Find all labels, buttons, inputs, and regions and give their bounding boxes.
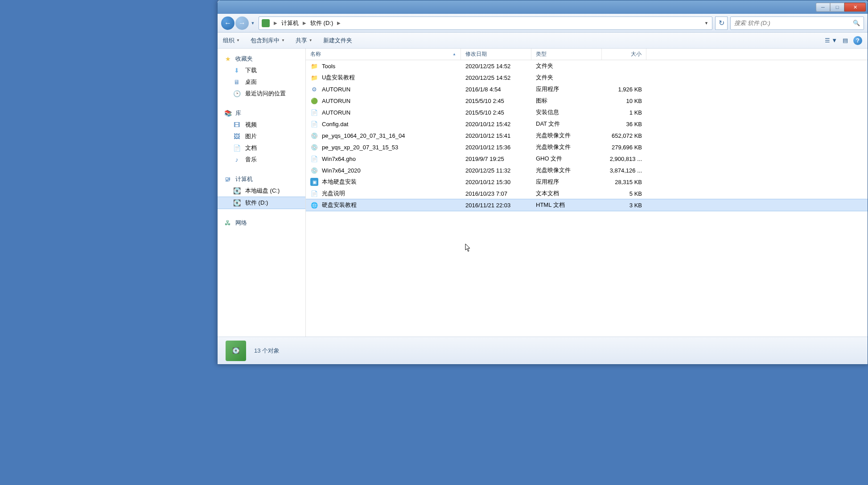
- sidebar-item-pictures[interactable]: 🖼图片: [218, 131, 305, 142]
- file-row[interactable]: 📄AUTORUN2015/5/10 2:45安装信息1 KB: [306, 107, 868, 118]
- exe-icon: ⚙: [310, 85, 318, 93]
- library-header[interactable]: 📚 库: [218, 107, 305, 119]
- crumb-separator-icon: ▶: [336, 21, 342, 25]
- file-row[interactable]: 📁Tools2020/12/25 14:52文件夹: [306, 60, 868, 72]
- file-type: HTML 文档: [531, 201, 602, 209]
- sidebar-item-drive-c[interactable]: 💽本地磁盘 (C:): [218, 185, 305, 197]
- close-button[interactable]: ✕: [844, 3, 866, 12]
- status-drive-icon: 💽: [226, 341, 246, 361]
- file-row[interactable]: 🟢AUTORUN2015/5/10 2:45图标10 KB: [306, 95, 868, 107]
- music-icon: ♪: [233, 156, 241, 164]
- explorer-window: ─ □ ✕ ← → ▼ ▶ 计算机 ▶ 软件 (D:) ▶ ▼ ↻ 🔍 组织▼ …: [217, 0, 868, 365]
- sidebar-item-desktop[interactable]: 🖥桌面: [218, 76, 305, 88]
- file-row[interactable]: 📁U盘安装教程2020/12/25 14:52文件夹: [306, 72, 868, 83]
- content-area: ★ 收藏夹 ⬇下载 🖥桌面 🕑最近访问的位置 📚 库 🎞视频 🖼图片 📄文档 ♪…: [218, 49, 868, 337]
- file-row[interactable]: 📄光盘说明2016/10/23 7:07文本文档5 KB: [306, 188, 868, 199]
- folder-icon: 📁: [310, 74, 318, 82]
- file-row[interactable]: 📄Config.dat2020/10/12 15:42DAT 文件36 KB: [306, 118, 868, 130]
- file-date: 2016/10/23 7:07: [461, 190, 531, 197]
- sidebar-item-videos[interactable]: 🎞视频: [218, 119, 305, 131]
- search-box[interactable]: 🔍: [730, 16, 864, 30]
- breadcrumb-computer[interactable]: 计算机: [280, 17, 300, 29]
- file-name: 硬盘安装教程: [322, 201, 357, 209]
- crumb-separator-icon: ▶: [301, 21, 308, 25]
- list-icon: ☰: [825, 37, 830, 44]
- file-row[interactable]: 💿Win7x64_20202020/12/25 11:32光盘映像文件3,874…: [306, 164, 868, 176]
- app-icon: ▣: [310, 178, 318, 186]
- search-input[interactable]: [734, 20, 853, 26]
- picture-icon: 🖼: [233, 132, 241, 140]
- file-row[interactable]: 📄Win7x64.gho2019/9/7 19:25GHO 文件2,900,81…: [306, 153, 868, 164]
- folder-icon: 📁: [310, 62, 318, 70]
- recent-icon: 🕑: [233, 90, 241, 98]
- organize-menu[interactable]: 组织▼: [223, 37, 240, 45]
- file-name: AUTORUN: [322, 109, 350, 116]
- file-date: 2016/11/21 22:03: [461, 202, 531, 209]
- file-size: 2,900,813 ...: [602, 156, 646, 162]
- file-date: 2015/5/10 2:45: [461, 98, 531, 104]
- file-name: 本地硬盘安装: [322, 178, 357, 186]
- sidebar-item-recent[interactable]: 🕑最近访问的位置: [218, 88, 305, 99]
- column-header-size[interactable]: 大小: [602, 49, 646, 60]
- breadcrumb-drive[interactable]: 软件 (D:): [309, 17, 335, 29]
- sidebar-item-downloads[interactable]: ⬇下载: [218, 65, 305, 76]
- file-date: 2020/10/12 15:42: [461, 121, 531, 127]
- iso-icon: 💿: [310, 132, 318, 140]
- sidebar-item-documents[interactable]: 📄文档: [218, 142, 305, 154]
- document-icon: 📄: [233, 144, 241, 152]
- column-header-type[interactable]: 类型: [531, 49, 602, 60]
- file-name: 光盘说明: [322, 189, 345, 197]
- file-size: 10 KB: [602, 98, 646, 104]
- file-list-view: 名称▲ 修改日期 类型 大小 📁Tools2020/12/25 14:52文件夹…: [306, 49, 868, 337]
- address-bar[interactable]: ▶ 计算机 ▶ 软件 (D:) ▶ ▼: [259, 16, 712, 30]
- maximize-button[interactable]: □: [830, 3, 844, 12]
- file-row[interactable]: 💿pe_yqs_xp_20_07_31_15_532020/10/12 15:3…: [306, 141, 868, 153]
- column-header-name[interactable]: 名称▲: [306, 49, 461, 60]
- file-name: AUTORUN: [322, 98, 350, 104]
- html-icon: 🌐: [310, 201, 318, 209]
- file-type: 文件夹: [531, 74, 602, 82]
- favorites-header[interactable]: ★ 收藏夹: [218, 53, 305, 65]
- address-dropdown-icon[interactable]: ▼: [702, 21, 711, 25]
- file-date: 2020/12/25 14:52: [461, 74, 531, 81]
- file-type: 文件夹: [531, 62, 602, 70]
- share-menu[interactable]: 共享▼: [296, 37, 313, 45]
- file-type: 光盘映像文件: [531, 143, 602, 151]
- network-header[interactable]: 🖧 网络: [218, 217, 305, 229]
- sidebar-item-music[interactable]: ♪音乐: [218, 154, 305, 165]
- file-row[interactable]: ▣本地硬盘安装2020/10/12 15:30应用程序28,315 KB: [306, 176, 868, 188]
- drive-icon: 💽: [233, 187, 241, 195]
- help-button[interactable]: ?: [853, 36, 862, 45]
- file-row[interactable]: ⚙AUTORUN2016/1/8 4:54应用程序1,926 KB: [306, 83, 868, 95]
- computer-icon: 🖳: [224, 175, 232, 183]
- column-header-date[interactable]: 修改日期: [461, 49, 531, 60]
- iso-icon: 💿: [310, 143, 318, 151]
- file-size: 5 KB: [602, 190, 646, 197]
- sidebar-item-drive-d[interactable]: 💽软件 (D:): [218, 197, 305, 209]
- network-icon: 🖧: [224, 219, 232, 227]
- forward-button[interactable]: →: [235, 16, 249, 30]
- back-button[interactable]: ←: [221, 16, 234, 30]
- file-type: 安装信息: [531, 108, 602, 116]
- file-type: 应用程序: [531, 85, 602, 93]
- computer-header[interactable]: 🖳 计算机: [218, 173, 305, 185]
- new-folder-button[interactable]: 新建文件夹: [323, 37, 352, 45]
- file-size: 3 KB: [602, 202, 646, 209]
- file-type: DAT 文件: [531, 120, 602, 128]
- file-row[interactable]: 💿pe_yqs_1064_20_07_31_16_042020/10/12 15…: [306, 130, 868, 141]
- txt-icon: 📄: [310, 155, 318, 163]
- desktop-icon: 🖥: [233, 78, 241, 86]
- minimize-button[interactable]: ─: [816, 3, 830, 12]
- refresh-button[interactable]: ↻: [715, 16, 728, 30]
- include-library-menu[interactable]: 包含到库中▼: [251, 37, 285, 45]
- library-icon: 📚: [224, 109, 232, 117]
- view-options-button[interactable]: ☰▼: [825, 37, 837, 44]
- file-row[interactable]: 🌐硬盘安装教程2016/11/21 22:03HTML 文档3 KB: [306, 199, 868, 211]
- preview-pane-button[interactable]: ▤: [843, 37, 848, 44]
- file-name: U盘安装教程: [322, 74, 355, 82]
- history-dropdown[interactable]: ▼: [250, 16, 256, 30]
- iso-icon: 💿: [310, 166, 318, 174]
- navigation-bar: ← → ▼ ▶ 计算机 ▶ 软件 (D:) ▶ ▼ ↻ 🔍: [218, 14, 868, 33]
- file-size: 1,926 KB: [602, 86, 646, 93]
- ico-icon: 🟢: [310, 97, 318, 105]
